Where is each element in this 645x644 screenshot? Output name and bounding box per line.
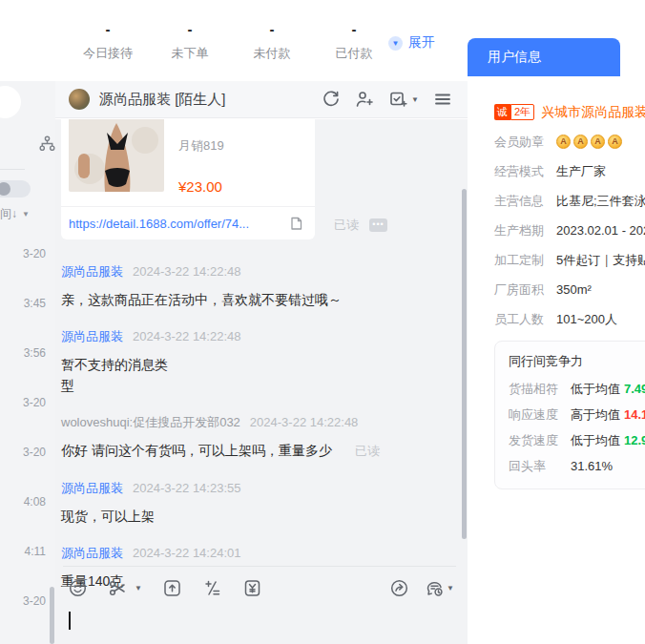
sidebar-scrollbar[interactable] — [50, 587, 54, 644]
message-read-status: 已读 — [355, 444, 380, 458]
chat-history-icon[interactable] — [425, 578, 445, 598]
conversation-timestamp[interactable]: 3-20 — [0, 576, 50, 626]
conversation-timestamp[interactable]: 3-20 — [0, 229, 50, 279]
message-header: 源尚品服装 2024-3-22 14:22:48 — [61, 263, 468, 280]
integrity-years-badge: 诚 2年 — [494, 104, 534, 120]
competitiveness-row: 响应速度 高于均值 14.19% — [509, 402, 645, 427]
price-adjust-icon[interactable] — [202, 578, 222, 598]
sidebar-divider — [0, 169, 25, 170]
info-value: 101~200人 — [556, 311, 617, 328]
conversation-timestamp[interactable]: 4:11 — [0, 527, 50, 576]
info-label: 主营信息 — [494, 193, 544, 210]
chat-message-area: 月销819 ¥23.00 https://detail.1688.com/off… — [55, 119, 468, 644]
info-label: 会员勋章 — [494, 134, 544, 151]
metric-comparison: 低于均值 — [571, 432, 620, 449]
sidebar-collapsed-button[interactable] — [0, 86, 21, 118]
product-card[interactable]: 月销819 ¥23.00 https://detail.1688.com/off… — [61, 119, 315, 239]
message-sender[interactable]: 源尚品服装 — [61, 480, 123, 497]
transfer-forward-icon[interactable] — [389, 578, 409, 598]
metric-comparison: 高于均值 — [571, 406, 620, 424]
message-text: 亲，这款商品正在活动中，喜欢就不要错过哦～ — [61, 292, 342, 307]
filter-toggle[interactable] — [0, 180, 31, 197]
seller-chat-window: 间↓ ▼ 3-20 3:45 3:56 3-20 3-20 4:08 4:11 … — [0, 0, 645, 644]
org-structure-icon[interactable] — [38, 135, 55, 153]
message-list: 源尚品服装 2024-3-22 14:22:48 亲，这款商品正在活动中，喜欢就… — [61, 263, 468, 592]
message-time: 2024-3-22 14:22:48 — [133, 264, 240, 279]
metric-value: 7.49% — [624, 382, 645, 396]
member-medal-icon: A — [573, 135, 588, 149]
refresh-icon[interactable] — [322, 90, 341, 109]
info-row: 经营模式 生产厂家 — [494, 156, 645, 186]
stat-item: - 未付款 — [231, 21, 313, 62]
chat-scrollbar[interactable] — [462, 189, 467, 539]
metric-label: 响应速度 — [509, 406, 558, 424]
message-time: 2024-3-22 14:22:48 — [250, 415, 358, 429]
metric-label: 回头率 — [509, 458, 558, 475]
info-row: 员工人数 101~200人 — [494, 304, 645, 334]
info-row: 加工定制 5件起订｜支持贴牌 — [494, 245, 645, 275]
message-input-cursor[interactable] — [69, 612, 71, 630]
send-file-icon[interactable] — [162, 578, 182, 598]
metric-value: 14.19% — [624, 407, 645, 422]
stat-label: 未下单 — [149, 45, 231, 62]
message-time: 2024-3-22 14:23:55 — [133, 481, 240, 495]
screenshot-scissors-icon[interactable] — [108, 578, 128, 598]
expand-label: 展开 — [408, 34, 435, 52]
product-image[interactable] — [69, 119, 164, 192]
stat-value: - — [149, 21, 231, 42]
chevron-down-icon[interactable]: ▼ — [411, 95, 419, 104]
metric-value: 31.61% — [571, 459, 613, 473]
stats-bar: - 今日接待 - 未下单 - 未付款 - 已付款 ▼ 展开 — [55, 0, 468, 81]
company-row: 诚 2年 兴城市源尚品服装 — [494, 97, 645, 127]
message-body: 你好 请问这个有货吗，可以上架吗，重量多少已读 — [61, 440, 468, 462]
conversation-timestamp[interactable]: 3-20 — [0, 378, 50, 427]
message-sender[interactable]: 源尚品服装 — [61, 263, 123, 280]
message-header: 源尚品服装 2024-3-22 14:24:01 — [61, 545, 468, 562]
message-text: 你好 请问这个有货吗，可以上架吗，重量多少 — [61, 443, 332, 458]
toolbar-right-group: ▼ — [389, 578, 454, 598]
chevron-down-circle-icon: ▼ — [388, 36, 403, 51]
toggle-knob — [0, 182, 10, 196]
member-medal-icon: A — [608, 135, 622, 149]
chat-header-actions: ▼ — [322, 90, 452, 109]
conversation-timestamp[interactable]: 3-20 — [0, 427, 50, 477]
product-price: ¥23.00 — [178, 178, 224, 195]
chevron-down-icon[interactable]: ▼ — [447, 584, 454, 592]
add-task-icon[interactable] — [388, 90, 407, 109]
expand-stats-button[interactable]: ▼ 展开 — [388, 34, 435, 52]
conversation-timestamp[interactable]: 4:08 — [0, 477, 50, 527]
stat-value: - — [231, 21, 313, 42]
competitiveness-row: 回头率 31.61% — [509, 453, 645, 479]
info-label: 员工人数 — [494, 311, 544, 328]
conversation-timestamp[interactable]: 3:56 — [0, 328, 50, 378]
tab-user-info[interactable]: 用户信息 — [468, 38, 620, 76]
emoji-icon[interactable] — [68, 578, 88, 598]
member-medal-icon: A — [591, 135, 605, 149]
chevron-down-icon[interactable]: ▼ — [135, 584, 142, 592]
message-body: 亲，这款商品正在活动中，喜欢就不要错过哦～ — [61, 289, 468, 310]
metric-label: 货描相符 — [509, 381, 558, 398]
sort-dropdown[interactable]: 间↓ ▼ — [0, 206, 30, 222]
product-link[interactable]: https://detail.1688.com/offer/74... — [69, 217, 280, 231]
contact-avatar[interactable] — [69, 89, 90, 110]
stat-value: - — [67, 21, 149, 42]
message-sender[interactable]: 源尚品服装 — [61, 545, 123, 562]
copy-link-icon[interactable] — [289, 216, 303, 231]
conversation-timestamps: 3-20 3:45 3:56 3-20 3-20 4:08 4:11 3-20 — [0, 229, 50, 626]
coupon-yuan-icon[interactable] — [242, 578, 262, 598]
chat-header: 源尚品服装 [陌生人] ▼ — [55, 81, 468, 118]
product-card-main: 月销819 ¥23.00 — [61, 119, 315, 206]
message-sender[interactable]: woloveshuqi:促佳搜品开发部032 — [61, 414, 240, 431]
message-header: woloveshuqi:促佳搜品开发部032 2024-3-22 14:22:4… — [61, 414, 468, 431]
company-name-link[interactable]: 兴城市源尚品服装 — [541, 104, 645, 121]
chat-message: 源尚品服装 2024-3-22 14:23:55 现货，可以上架 — [61, 480, 468, 527]
product-monthly-sales: 月销819 — [178, 137, 224, 155]
menu-icon[interactable] — [433, 90, 452, 109]
add-contact-icon[interactable] — [355, 90, 374, 109]
metric-label: 发货速度 — [509, 432, 558, 449]
conversation-timestamp[interactable]: 3:45 — [0, 279, 50, 328]
message-sender[interactable]: 源尚品服装 — [61, 328, 123, 345]
more-icon[interactable]: ••• — [369, 218, 387, 232]
message-header: 源尚品服装 2024-3-22 14:23:55 — [61, 480, 468, 497]
stat-item: - 已付款 — [313, 21, 395, 62]
